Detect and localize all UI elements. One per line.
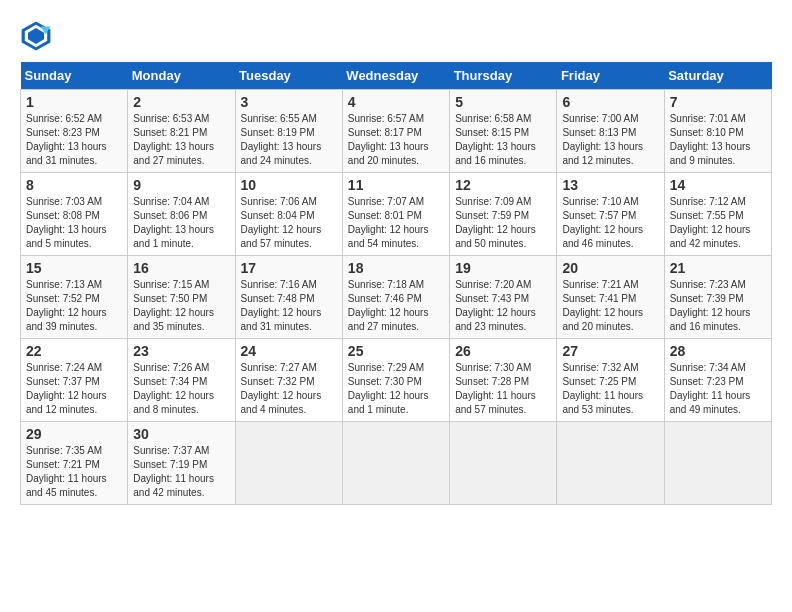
- calendar-week-2: 8Sunrise: 7:03 AM Sunset: 8:08 PM Daylig…: [21, 173, 772, 256]
- day-info: Sunrise: 6:57 AM Sunset: 8:17 PM Dayligh…: [348, 112, 444, 168]
- calendar-cell: [342, 422, 449, 505]
- day-number: 28: [670, 343, 766, 359]
- day-number: 4: [348, 94, 444, 110]
- day-info: Sunrise: 7:24 AM Sunset: 7:37 PM Dayligh…: [26, 361, 122, 417]
- calendar-week-5: 29Sunrise: 7:35 AM Sunset: 7:21 PM Dayli…: [21, 422, 772, 505]
- day-info: Sunrise: 7:10 AM Sunset: 7:57 PM Dayligh…: [562, 195, 658, 251]
- day-info: Sunrise: 7:18 AM Sunset: 7:46 PM Dayligh…: [348, 278, 444, 334]
- day-of-week-monday: Monday: [128, 62, 235, 90]
- calendar-cell: 7Sunrise: 7:01 AM Sunset: 8:10 PM Daylig…: [664, 90, 771, 173]
- calendar-cell: 22Sunrise: 7:24 AM Sunset: 7:37 PM Dayli…: [21, 339, 128, 422]
- calendar-cell: 18Sunrise: 7:18 AM Sunset: 7:46 PM Dayli…: [342, 256, 449, 339]
- day-number: 26: [455, 343, 551, 359]
- day-info: Sunrise: 7:21 AM Sunset: 7:41 PM Dayligh…: [562, 278, 658, 334]
- day-info: Sunrise: 6:53 AM Sunset: 8:21 PM Dayligh…: [133, 112, 229, 168]
- day-info: Sunrise: 7:29 AM Sunset: 7:30 PM Dayligh…: [348, 361, 444, 417]
- day-info: Sunrise: 7:20 AM Sunset: 7:43 PM Dayligh…: [455, 278, 551, 334]
- calendar-cell: 2Sunrise: 6:53 AM Sunset: 8:21 PM Daylig…: [128, 90, 235, 173]
- day-number: 11: [348, 177, 444, 193]
- calendar-cell: 26Sunrise: 7:30 AM Sunset: 7:28 PM Dayli…: [450, 339, 557, 422]
- calendar-cell: 23Sunrise: 7:26 AM Sunset: 7:34 PM Dayli…: [128, 339, 235, 422]
- calendar-cell: 10Sunrise: 7:06 AM Sunset: 8:04 PM Dayli…: [235, 173, 342, 256]
- logo: [20, 20, 56, 52]
- calendar-week-1: 1Sunrise: 6:52 AM Sunset: 8:23 PM Daylig…: [21, 90, 772, 173]
- day-number: 23: [133, 343, 229, 359]
- day-info: Sunrise: 7:32 AM Sunset: 7:25 PM Dayligh…: [562, 361, 658, 417]
- calendar-table: SundayMondayTuesdayWednesdayThursdayFrid…: [20, 62, 772, 505]
- calendar-cell: 28Sunrise: 7:34 AM Sunset: 7:23 PM Dayli…: [664, 339, 771, 422]
- calendar-cell: 13Sunrise: 7:10 AM Sunset: 7:57 PM Dayli…: [557, 173, 664, 256]
- day-of-week-saturday: Saturday: [664, 62, 771, 90]
- day-number: 30: [133, 426, 229, 442]
- day-info: Sunrise: 7:00 AM Sunset: 8:13 PM Dayligh…: [562, 112, 658, 168]
- calendar-cell: [450, 422, 557, 505]
- calendar-cell: [664, 422, 771, 505]
- calendar-cell: 20Sunrise: 7:21 AM Sunset: 7:41 PM Dayli…: [557, 256, 664, 339]
- calendar-cell: 9Sunrise: 7:04 AM Sunset: 8:06 PM Daylig…: [128, 173, 235, 256]
- day-of-week-sunday: Sunday: [21, 62, 128, 90]
- day-info: Sunrise: 6:55 AM Sunset: 8:19 PM Dayligh…: [241, 112, 337, 168]
- day-info: Sunrise: 7:30 AM Sunset: 7:28 PM Dayligh…: [455, 361, 551, 417]
- day-number: 27: [562, 343, 658, 359]
- calendar-week-4: 22Sunrise: 7:24 AM Sunset: 7:37 PM Dayli…: [21, 339, 772, 422]
- day-number: 2: [133, 94, 229, 110]
- day-info: Sunrise: 7:34 AM Sunset: 7:23 PM Dayligh…: [670, 361, 766, 417]
- day-number: 18: [348, 260, 444, 276]
- header: [20, 20, 772, 52]
- day-info: Sunrise: 7:37 AM Sunset: 7:19 PM Dayligh…: [133, 444, 229, 500]
- calendar-cell: 6Sunrise: 7:00 AM Sunset: 8:13 PM Daylig…: [557, 90, 664, 173]
- calendar-cell: 21Sunrise: 7:23 AM Sunset: 7:39 PM Dayli…: [664, 256, 771, 339]
- day-number: 8: [26, 177, 122, 193]
- day-number: 20: [562, 260, 658, 276]
- day-number: 9: [133, 177, 229, 193]
- day-info: Sunrise: 7:04 AM Sunset: 8:06 PM Dayligh…: [133, 195, 229, 251]
- calendar-cell: 25Sunrise: 7:29 AM Sunset: 7:30 PM Dayli…: [342, 339, 449, 422]
- day-number: 22: [26, 343, 122, 359]
- day-number: 25: [348, 343, 444, 359]
- day-info: Sunrise: 7:03 AM Sunset: 8:08 PM Dayligh…: [26, 195, 122, 251]
- day-number: 12: [455, 177, 551, 193]
- calendar-cell: [557, 422, 664, 505]
- calendar-cell: 14Sunrise: 7:12 AM Sunset: 7:55 PM Dayli…: [664, 173, 771, 256]
- calendar-cell: 29Sunrise: 7:35 AM Sunset: 7:21 PM Dayli…: [21, 422, 128, 505]
- calendar-cell: 24Sunrise: 7:27 AM Sunset: 7:32 PM Dayli…: [235, 339, 342, 422]
- day-number: 19: [455, 260, 551, 276]
- day-number: 15: [26, 260, 122, 276]
- day-number: 14: [670, 177, 766, 193]
- day-number: 16: [133, 260, 229, 276]
- day-info: Sunrise: 7:07 AM Sunset: 8:01 PM Dayligh…: [348, 195, 444, 251]
- calendar-cell: 27Sunrise: 7:32 AM Sunset: 7:25 PM Dayli…: [557, 339, 664, 422]
- day-number: 1: [26, 94, 122, 110]
- calendar-cell: 19Sunrise: 7:20 AM Sunset: 7:43 PM Dayli…: [450, 256, 557, 339]
- calendar-cell: 11Sunrise: 7:07 AM Sunset: 8:01 PM Dayli…: [342, 173, 449, 256]
- day-number: 17: [241, 260, 337, 276]
- calendar-cell: [235, 422, 342, 505]
- day-of-week-tuesday: Tuesday: [235, 62, 342, 90]
- calendar-cell: 30Sunrise: 7:37 AM Sunset: 7:19 PM Dayli…: [128, 422, 235, 505]
- calendar-cell: 17Sunrise: 7:16 AM Sunset: 7:48 PM Dayli…: [235, 256, 342, 339]
- calendar-week-3: 15Sunrise: 7:13 AM Sunset: 7:52 PM Dayli…: [21, 256, 772, 339]
- day-info: Sunrise: 7:23 AM Sunset: 7:39 PM Dayligh…: [670, 278, 766, 334]
- calendar-cell: 1Sunrise: 6:52 AM Sunset: 8:23 PM Daylig…: [21, 90, 128, 173]
- day-info: Sunrise: 7:26 AM Sunset: 7:34 PM Dayligh…: [133, 361, 229, 417]
- day-info: Sunrise: 7:15 AM Sunset: 7:50 PM Dayligh…: [133, 278, 229, 334]
- day-info: Sunrise: 7:09 AM Sunset: 7:59 PM Dayligh…: [455, 195, 551, 251]
- day-number: 5: [455, 94, 551, 110]
- day-number: 24: [241, 343, 337, 359]
- calendar-cell: 15Sunrise: 7:13 AM Sunset: 7:52 PM Dayli…: [21, 256, 128, 339]
- day-of-week-wednesday: Wednesday: [342, 62, 449, 90]
- day-info: Sunrise: 7:13 AM Sunset: 7:52 PM Dayligh…: [26, 278, 122, 334]
- day-number: 10: [241, 177, 337, 193]
- day-info: Sunrise: 7:01 AM Sunset: 8:10 PM Dayligh…: [670, 112, 766, 168]
- day-number: 7: [670, 94, 766, 110]
- day-info: Sunrise: 7:35 AM Sunset: 7:21 PM Dayligh…: [26, 444, 122, 500]
- calendar-cell: 3Sunrise: 6:55 AM Sunset: 8:19 PM Daylig…: [235, 90, 342, 173]
- calendar-cell: 12Sunrise: 7:09 AM Sunset: 7:59 PM Dayli…: [450, 173, 557, 256]
- day-number: 3: [241, 94, 337, 110]
- day-info: Sunrise: 7:27 AM Sunset: 7:32 PM Dayligh…: [241, 361, 337, 417]
- day-number: 21: [670, 260, 766, 276]
- day-info: Sunrise: 7:12 AM Sunset: 7:55 PM Dayligh…: [670, 195, 766, 251]
- day-number: 13: [562, 177, 658, 193]
- calendar-cell: 16Sunrise: 7:15 AM Sunset: 7:50 PM Dayli…: [128, 256, 235, 339]
- logo-icon: [20, 20, 52, 52]
